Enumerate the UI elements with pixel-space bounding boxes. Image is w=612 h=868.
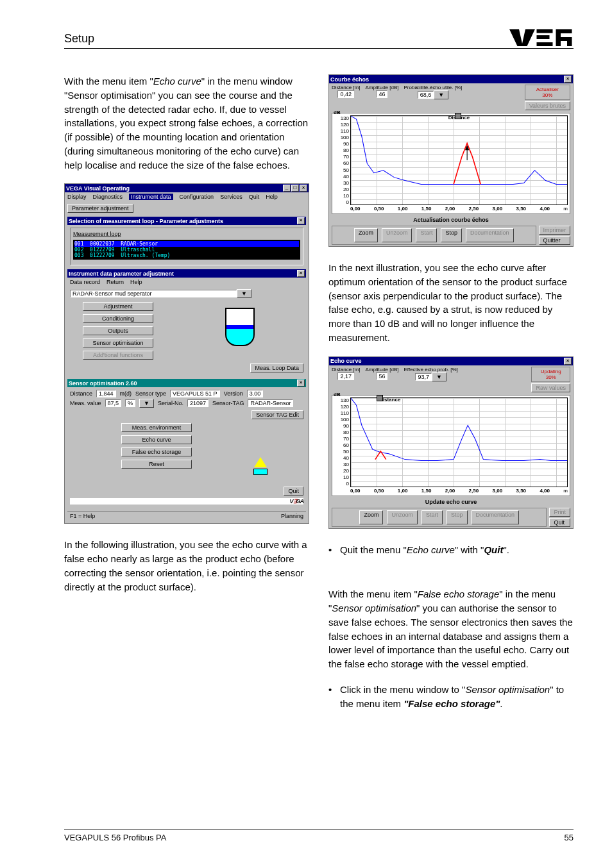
loop-list[interactable]: 001 00022037 RADAR-Sensor 002 01222709 U… — [73, 240, 300, 260]
reset-button[interactable]: Reset — [121, 460, 192, 469]
false-echo-storage-button[interactable]: False echo storage — [121, 447, 192, 456]
vvo-title: VEGA Visual Operating — [66, 185, 130, 192]
planning-status: Planning — [281, 513, 303, 519]
svg-rect-2 — [537, 35, 550, 39]
vega-logo-small: V∃GA — [70, 498, 303, 505]
zoom-button[interactable]: Zoom — [359, 510, 383, 524]
close-icon[interactable]: × — [297, 217, 305, 224]
dropdown-icon[interactable]: ▼ — [139, 399, 154, 408]
vvo-menubar[interactable]: DisplayDiagnosticsInstrument dataConfigu… — [65, 192, 309, 201]
close-icon[interactable]: × — [297, 380, 305, 387]
quit-echo-button[interactable]: Quit — [549, 518, 570, 527]
stop-button[interactable]: Stop — [441, 228, 462, 242]
svg-rect-1 — [537, 29, 553, 33]
dropdown-icon[interactable]: ▼ — [432, 372, 446, 381]
right-para-1: In the next illustration, you see the ec… — [328, 261, 574, 345]
print-button[interactable]: Print — [549, 508, 570, 517]
print-button[interactable]: Imprimer — [539, 226, 571, 235]
echo-curve-1-screenshot: Courbe échos× Distance [m]0,42 Amplitude… — [328, 74, 574, 247]
help-hint: F1 = Help — [70, 513, 95, 519]
maximize-icon[interactable]: □ — [291, 185, 299, 192]
echo-chart-2: dB 1301201101009080706050403020100 Dista… — [332, 395, 570, 496]
stop-button[interactable]: Stop — [446, 510, 468, 524]
sensor-field[interactable]: RADAR-Sensor mud seperator — [70, 290, 237, 297]
documentation-button[interactable]: Documentation — [466, 228, 514, 242]
quit-button[interactable]: Quit — [284, 487, 303, 496]
svg-marker-0 — [509, 29, 535, 47]
right-para-2: With the menu item "False echo storage" … — [328, 587, 574, 671]
conditioning-button[interactable]: Conditioning — [83, 314, 153, 323]
footer-left: VEGAPULS 56 Profibus PA — [64, 833, 166, 842]
start-button[interactable]: Start — [416, 228, 437, 242]
sensor-optimisation-button[interactable]: Sensor optimisation — [83, 338, 153, 347]
documentation-button[interactable]: Documentation — [472, 510, 520, 524]
outputs-button[interactable]: Outputs — [83, 326, 153, 335]
vega-logo — [509, 26, 574, 51]
warning-vessel-icon — [253, 457, 268, 475]
close-icon[interactable]: × — [300, 185, 307, 192]
echo-curve-2-screenshot: Echo curve× Distance [m]2,17 Amplitude [… — [328, 356, 574, 529]
page-number: 55 — [565, 833, 574, 842]
raw-values-button[interactable]: Raw values — [531, 383, 570, 392]
left-para-1: With the menu item "Echo curve" in the m… — [64, 74, 309, 172]
param-adjust-button[interactable]: Parameter adjustment — [67, 204, 133, 213]
raw-values-button[interactable]: Valeurs brutes — [525, 101, 570, 110]
echo-curve-button[interactable]: Echo curve — [121, 435, 192, 444]
additional-functions-button: Add'tional functions — [83, 351, 153, 360]
close-icon[interactable]: × — [297, 270, 305, 277]
vvo-screenshot: VEGA Visual Operating _□× DisplayDiagnos… — [64, 183, 309, 524]
quit-echo-button[interactable]: Quitter — [539, 236, 571, 245]
zoom-button[interactable]: Zoom — [354, 228, 378, 242]
unzoom-button[interactable]: Unzoom — [387, 510, 418, 524]
close-icon[interactable]: × — [564, 76, 572, 83]
meas-loop-label: Measurement loop — [73, 231, 121, 237]
left-para-2: In the following illustration, you see t… — [64, 538, 309, 594]
bullet-quit: • Quit the menu "Echo curve" with "Quit"… — [328, 543, 574, 557]
meas-loop-data-button[interactable]: Meas. Loop Data — [250, 363, 303, 372]
dropdown-icon[interactable]: ▼ — [434, 90, 448, 99]
meas-environment-button[interactable]: Meas. environment — [121, 423, 192, 432]
unzoom-button[interactable]: Unzoom — [382, 228, 412, 242]
bullet-false-echo: • Click in the menu window to "Sensor op… — [328, 683, 574, 711]
close-icon[interactable]: × — [564, 358, 572, 365]
svg-rect-3 — [537, 42, 553, 46]
minimize-icon[interactable]: _ — [283, 185, 291, 192]
dropdown-icon[interactable]: ▼ — [237, 289, 251, 298]
page-header-title: Setup — [64, 32, 94, 46]
vessel-icon — [225, 308, 255, 346]
start-button[interactable]: Start — [421, 510, 443, 524]
adjustment-button[interactable]: Adjustment — [83, 302, 153, 311]
echo-chart-1: dB 1301201101009080706050403020100 Dista… — [332, 113, 570, 214]
sensor-tag-edit-button[interactable]: Sensor TAG Edit — [251, 410, 303, 419]
